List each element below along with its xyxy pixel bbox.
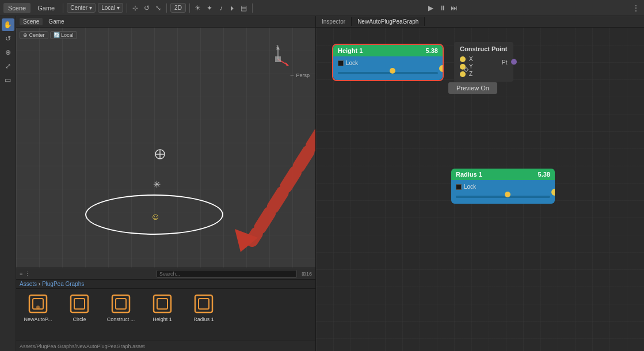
asset-icon-construct [109,292,132,315]
asset-item-height[interactable]: Height 1 [145,292,180,323]
radius-slider[interactable] [456,193,550,200]
height-lock-row: Lock [338,60,438,66]
scene-tab[interactable]: Scene [20,18,43,25]
height-lock-label: Lock [346,60,358,66]
svg-rect-15 [74,299,85,309]
svg-rect-5 [275,56,281,62]
scene-inner-toolbar: ⊕ Center 🔄 Local [20,31,77,39]
svg-rect-14 [71,295,88,312]
tab-nodegraph[interactable]: NewAutoPlugPeaGraph [352,17,425,26]
assets-list-icon: ≡ [20,271,22,277]
svg-rect-17 [116,299,126,309]
light-icon[interactable]: ☀ [193,3,203,13]
port-x-dot [460,56,466,62]
height-node-title: Height 1 [338,47,363,54]
radius-node-header: Radius 1 5.38 [451,169,555,180]
status-path: Assets/PlugPea Graphs/NewAutoPlugPeaGrap… [20,344,145,349]
svg-rect-16 [112,295,129,312]
asset-icon-height [151,292,174,315]
pt-label: Pt [502,59,507,65]
center-btn[interactable]: ⊕ Center [20,31,48,39]
height-node-value: 5.38 [426,47,438,54]
asset-label-radius: Radius 1 [193,316,214,323]
radius-output-dot[interactable] [551,189,555,196]
scene-header: Scene Game [16,16,315,28]
asset-icon-newauto [26,292,49,315]
local-dropdown[interactable]: Local ▾ [98,3,123,13]
breadcrumb-plugpea[interactable]: PlugPea Graphs [42,281,84,287]
asset-item-circle[interactable]: Circle [62,292,97,323]
tab-scene[interactable]: Scene [3,3,31,13]
sep-1 [63,3,63,13]
chevron-down-icon: ▾ [89,5,92,11]
radius-lock-label: Lock [464,184,476,190]
rotate-tool[interactable]: ↺ [2,32,14,45]
height-output-dot[interactable] [439,65,443,72]
fx-icon[interactable]: ✦ [205,3,214,13]
svg-rect-18 [154,295,171,312]
sep-4 [189,3,190,13]
assets-content: NewAutoP... Circle [16,289,315,341]
pt-dot[interactable] [511,59,517,65]
height-lock-checkbox[interactable] [338,60,344,66]
scale-tool[interactable]: ⤢ [2,60,14,73]
right-header: Inspector NewAutoPlugPeaGraph [316,16,644,28]
anim-icon[interactable]: ⏵ [228,3,237,13]
preview-on-button[interactable]: Preview On [448,82,497,94]
stats-icon[interactable]: ▤ [239,3,249,13]
asset-icon-radius [192,292,215,315]
height-node[interactable]: Height 1 5.38 Lock [333,45,443,80]
assets-breadcrumb: Assets › PlugPea Graphs [16,280,315,289]
hand-tool[interactable]: ✋ [2,18,14,31]
radius-slider-track [456,196,550,198]
radius-node[interactable]: Radius 1 5.38 Lock [451,169,555,204]
svg-rect-19 [157,299,167,309]
move-tool[interactable]: ⊕ [2,46,14,59]
radius-node-title: Radius 1 [456,171,482,178]
height-node-header: Height 1 5.38 [333,45,443,56]
scale-icon[interactable]: ⤡ [154,3,163,13]
construct-point-node: Construct Point X Y Z Pt [454,42,513,82]
local-btn[interactable]: 🔄 Local [50,31,77,39]
rotate-icon[interactable]: ↺ [142,3,151,13]
asset-label-construct: Construct ... [107,316,135,323]
svg-point-13 [36,306,40,309]
overflow-icon[interactable]: ⋮ [631,3,641,13]
asset-label-circle: Circle [73,316,86,323]
node-graph[interactable]: Height 1 5.38 Lock [316,28,644,351]
top-toolbar: Scene Game Center ▾ Local ▾ ⊹ ↺ ⤡ 2D ☀ ✦… [0,0,644,16]
center-dropdown[interactable]: Center ▾ [67,3,96,13]
asset-item-newauto[interactable]: NewAutoP... [21,292,55,323]
2d-button[interactable]: 2D [170,3,186,13]
height-node-body: Lock [333,56,443,80]
height-slider-track [338,72,438,74]
radius-lock-checkbox[interactable] [456,184,462,190]
breadcrumb-assets[interactable]: Assets [20,281,37,287]
rect-tool[interactable]: ▭ [2,74,14,86]
port-z: Z [460,71,508,77]
port-x-label: X [469,56,473,62]
assets-header: ≡ ⋮ ⊞16 [16,268,315,280]
game-tab[interactable]: Game [45,18,67,25]
pause-button[interactable]: ⏸ [438,3,447,13]
tab-inspector[interactable]: Inspector [316,17,352,26]
svg-rect-20 [195,295,212,312]
svg-rect-11 [29,295,47,312]
asset-item-radius[interactable]: Radius 1 [186,292,221,323]
asset-item-construct[interactable]: Construct ... [104,292,138,323]
height-slider[interactable] [338,70,438,77]
asset-icon-circle [68,292,91,315]
scene-gizmo: y [264,45,292,74]
assets-search-input[interactable] [157,270,297,278]
audio-icon[interactable]: ♪ [216,3,226,13]
asset-label-newauto: NewAutoP... [24,316,52,323]
scene-viewport[interactable]: ⊕ Center 🔄 Local y ← [16,28,315,268]
pt-output: Pt [502,59,516,65]
scene-sun: ✳ [153,179,161,190]
play-button[interactable]: ▶ [426,3,436,13]
move-icon[interactable]: ⊹ [131,3,140,13]
step-button[interactable]: ⏭ [449,3,459,13]
scene-smiley: ☺ [151,212,160,222]
tab-game[interactable]: Game [33,3,59,13]
scene-crosshair [154,148,166,160]
